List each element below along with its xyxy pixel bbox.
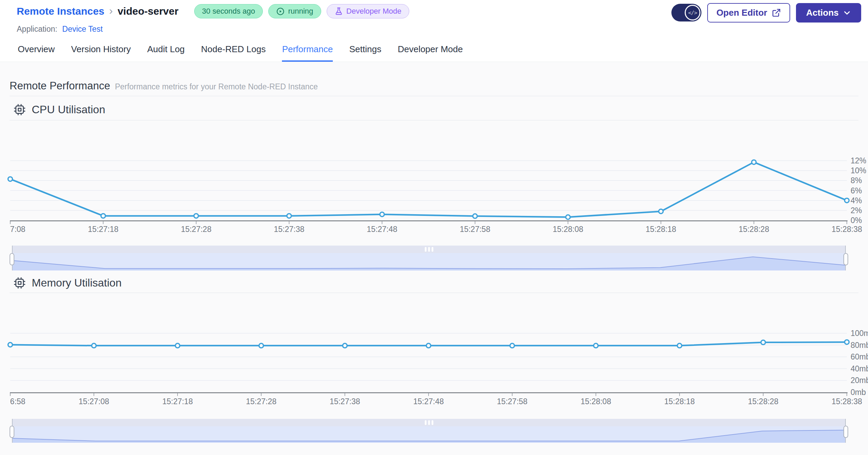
open-editor-label: Open Editor [716,8,767,18]
developer-mode-text: Developer Mode [346,7,401,16]
svg-text:15:28:08: 15:28:08 [581,397,611,406]
svg-text:15:28:28: 15:28:28 [748,397,779,406]
cpu-section-title-text: CPU Utilisation [32,103,105,116]
memory-section-title: Memory Utilisation [14,277,122,289]
cpu-range-handle-right[interactable] [843,253,848,265]
play-circle-icon [276,7,285,16]
tab-version-history[interactable]: Version History [71,38,131,62]
divider [10,96,858,96]
svg-text:4%: 4% [851,196,862,205]
actions-button[interactable]: Actions [796,3,861,23]
breadcrumb: Remote Instances › video-server 30 secon… [17,4,409,18]
last-seen-badge: 30 seconds ago [194,4,263,18]
svg-text:15:28:18: 15:28:18 [646,225,677,234]
svg-text:80mb: 80mb [851,341,868,350]
application-label: Application: [17,25,57,33]
svg-text:15:28:18: 15:28:18 [664,397,695,406]
svg-text:15:28:08: 15:28:08 [553,225,583,234]
memory-section-title-text: Memory Utilisation [32,277,122,289]
svg-text:15:27:58: 15:27:58 [460,225,490,234]
header-actions: </> Open Editor Actions [671,3,861,23]
actions-label: Actions [806,8,839,18]
memory-range-handle-right[interactable] [843,426,848,438]
svg-text:7:08: 7:08 [10,225,26,234]
svg-text:15:28:38: 15:28:38 [831,225,862,234]
svg-text:6:58: 6:58 [10,397,26,406]
memory-chip-icon [14,277,26,289]
last-seen-text: 30 seconds ago [202,7,255,16]
svg-text:15:27:28: 15:27:28 [181,225,212,234]
drag-grip-icon[interactable] [425,420,433,425]
cpu-utilisation-chart: 0%2%4%6%8%10%12%7:0815:27:1815:27:2815:2… [0,121,868,237]
status-badges: 30 seconds ago running Developer Mode [194,4,409,18]
developer-mode-badge: Developer Mode [327,4,409,18]
developer-mode-toggle[interactable]: </> [671,4,701,21]
tab-node-red-logs[interactable]: Node-RED Logs [201,38,266,62]
memory-range-slider[interactable] [12,419,845,443]
svg-text:15:28:28: 15:28:28 [739,225,769,234]
svg-text:15:27:48: 15:27:48 [413,397,444,406]
chevron-right-icon: › [109,5,113,16]
svg-text:60mb: 60mb [851,352,868,361]
page-header: Remote Instances › video-server 30 secon… [17,4,409,34]
svg-text:40mb: 40mb [851,364,868,373]
cpu-range-slider-track[interactable] [12,246,845,253]
tab-settings[interactable]: Settings [349,38,381,62]
svg-text:15:27:28: 15:27:28 [246,397,277,406]
svg-text:15:27:18: 15:27:18 [88,225,119,234]
svg-text:15:27:38: 15:27:38 [330,397,360,406]
divider [10,120,858,120]
tab-audit-log[interactable]: Audit Log [147,38,185,62]
divider [10,293,858,293]
svg-text:12%: 12% [851,156,866,165]
page-title: Remote Performance [10,80,110,92]
cpu-range-minichart [12,253,845,270]
open-editor-button[interactable]: Open Editor [707,3,790,23]
memory-range-handle-left[interactable] [10,426,14,438]
tab-overview[interactable]: Overview [18,38,55,62]
svg-text:0mb: 0mb [851,388,866,397]
svg-text:0%: 0% [851,216,862,225]
svg-text:15:27:38: 15:27:38 [274,225,304,234]
chevron-down-icon [843,9,851,17]
svg-text:6%: 6% [851,186,862,195]
memory-range-slider-track[interactable] [12,419,845,426]
running-status-text: running [288,7,313,16]
memory-range-minichart [12,426,845,443]
cpu-range-slider[interactable] [12,246,845,270]
drag-grip-icon[interactable] [425,247,433,252]
remote-instance-performance-page: Remote Instances › video-server 30 secon… [0,0,868,455]
application-link[interactable]: Device Test [62,25,102,33]
breadcrumb-remote-instances-link[interactable]: Remote Instances [17,5,104,17]
svg-text:100mb: 100mb [851,329,868,338]
running-status-badge: running [268,4,321,18]
instance-tab-bar: Overview Version History Audit Log Node-… [0,38,868,62]
page-subtitle: Performance metrics for your Remote Node… [115,82,318,91]
svg-text:15:27:48: 15:27:48 [367,225,398,234]
instance-name: video-server [117,5,178,17]
cpu-chip-icon [14,104,26,116]
application-row: Application: Device Test [17,25,409,34]
tab-performance[interactable]: Performance [282,38,333,62]
cpu-section-title: CPU Utilisation [14,103,105,116]
memory-utilisation-chart: 0mb20mb40mb60mb80mb100mb6:5815:27:0815:2… [0,293,868,413]
svg-text:8%: 8% [851,176,862,185]
svg-text:15:28:38: 15:28:38 [831,397,862,406]
cpu-range-handle-left[interactable] [10,253,14,265]
svg-text:20mb: 20mb [851,376,868,385]
external-link-icon [772,8,781,17]
svg-text:2%: 2% [851,206,862,215]
svg-text:10%: 10% [851,166,866,175]
svg-text:15:27:08: 15:27:08 [79,397,109,406]
svg-text:15:27:58: 15:27:58 [497,397,528,406]
svg-text:15:27:18: 15:27:18 [162,397,193,406]
tab-developer-mode[interactable]: Developer Mode [398,38,463,62]
flask-icon [335,7,343,16]
code-icon: </> [685,5,700,20]
